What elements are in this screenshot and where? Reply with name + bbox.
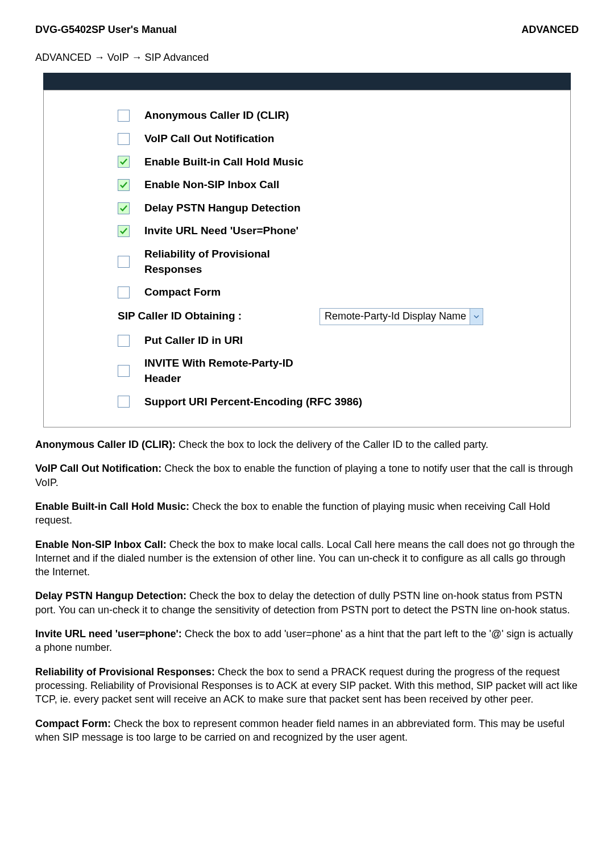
para-invite-url: Invite URL need 'user=phone': Check the … bbox=[35, 627, 579, 655]
panel-titlebar bbox=[43, 73, 571, 90]
put-caller-uri-checkbox[interactable] bbox=[118, 335, 130, 347]
invite-url-label: Invite URL Need 'User=Phone' bbox=[144, 223, 298, 239]
support-uri-percent-label: Support URI Percent-Encoding (RFC 3986) bbox=[144, 394, 362, 410]
para-anonymous: Anonymous Caller ID (CLIR): Check the bo… bbox=[35, 438, 579, 451]
builtin-hold-music-checkbox[interactable] bbox=[118, 156, 130, 168]
para-hold-music: Enable Built-in Call Hold Music: Check t… bbox=[35, 500, 579, 528]
para-compact: Compact Form: Check the box to represent… bbox=[35, 717, 579, 745]
non-sip-inbox-label: Enable Non-SIP Inbox Call bbox=[144, 177, 279, 193]
para-voip-callout: VoIP Call Out Notification: Check the bo… bbox=[35, 462, 579, 489]
sip-caller-id-label: SIP Caller ID Obtaining : bbox=[118, 309, 242, 324]
para-non-sip: Enable Non-SIP Inbox Call: Check the box… bbox=[35, 538, 579, 579]
chevron-down-icon bbox=[470, 309, 483, 325]
invite-url-checkbox[interactable] bbox=[118, 225, 130, 237]
para-delay-pstn: Delay PSTN Hangup Detection: Check the b… bbox=[35, 589, 579, 617]
breadcrumb: ADVANCED → VoIP → SIP Advanced bbox=[35, 51, 579, 65]
invite-remote-party-checkbox[interactable] bbox=[118, 365, 130, 377]
settings-panel: Anonymous Caller ID (CLIR) VoIP Call Out… bbox=[43, 90, 571, 427]
anonymous-caller-checkbox[interactable] bbox=[118, 110, 130, 122]
voip-callout-checkbox[interactable] bbox=[118, 133, 130, 145]
sip-caller-id-select[interactable]: Remote-Party-Id Display Name bbox=[320, 308, 483, 325]
manual-title: DVG-G5402SP User's Manual bbox=[35, 23, 177, 37]
voip-callout-label: VoIP Call Out Notification bbox=[144, 131, 274, 147]
builtin-hold-music-label: Enable Built-in Call Hold Music bbox=[144, 155, 304, 170]
reliability-label: Reliability of Provisional Responses bbox=[144, 247, 320, 277]
anonymous-caller-label: Anonymous Caller ID (CLIR) bbox=[144, 108, 289, 123]
delay-pstn-checkbox[interactable] bbox=[118, 202, 130, 214]
support-uri-percent-checkbox[interactable] bbox=[118, 396, 130, 408]
para-reliability: Reliability of Provisional Responses: Ch… bbox=[35, 665, 579, 707]
non-sip-inbox-checkbox[interactable] bbox=[118, 179, 130, 191]
compact-form-label: Compact Form bbox=[144, 285, 221, 300]
compact-form-checkbox[interactable] bbox=[118, 286, 130, 298]
section-name: ADVANCED bbox=[521, 23, 579, 37]
reliability-checkbox[interactable] bbox=[118, 256, 130, 268]
put-caller-uri-label: Put Caller ID in URI bbox=[144, 333, 243, 348]
delay-pstn-label: Delay PSTN Hangup Detection bbox=[144, 201, 301, 216]
invite-remote-party-label: INVITE With Remote-Party-ID Header bbox=[144, 356, 320, 386]
